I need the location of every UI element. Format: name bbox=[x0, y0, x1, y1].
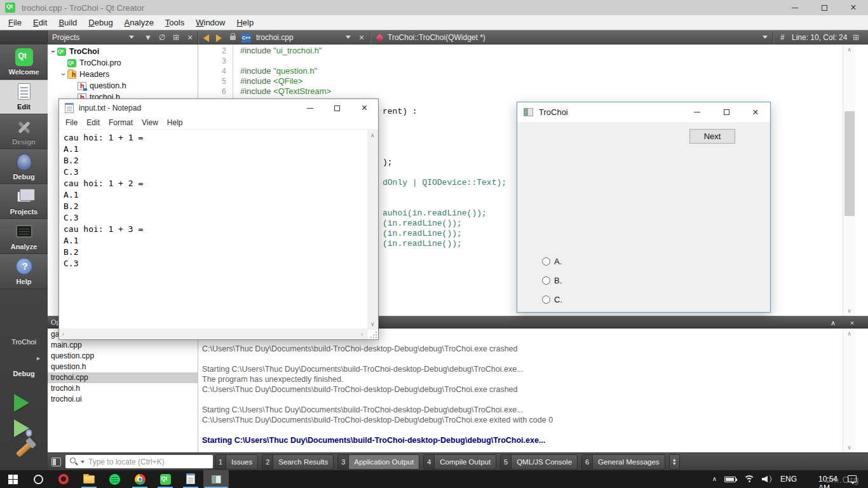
output-button-general-messages[interactable]: 6 General Messages bbox=[581, 454, 665, 470]
radio-option-b[interactable]: B. bbox=[542, 276, 562, 285]
action-center-icon[interactable] bbox=[848, 475, 857, 482]
symbol-caret-icon[interactable] bbox=[763, 36, 768, 39]
navigate-back-icon[interactable] bbox=[203, 34, 209, 42]
close-button[interactable] bbox=[351, 99, 378, 117]
output-pane-stepper[interactable]: ▲▼ bbox=[669, 454, 680, 470]
filter-icon[interactable]: ▼ bbox=[142, 32, 154, 43]
menu-help[interactable]: Help bbox=[163, 117, 187, 129]
build-target-project[interactable]: TroChoi bbox=[0, 338, 48, 346]
sync-with-editor-icon[interactable]: ∅ bbox=[156, 32, 168, 43]
open-document-row[interactable]: main.cpp bbox=[48, 340, 198, 351]
taskbar-notepad[interactable] bbox=[178, 470, 203, 488]
output-button-issues[interactable]: 1 Issues bbox=[215, 454, 258, 470]
kit-expand-icon[interactable]: ▸ bbox=[37, 355, 40, 362]
scroll-down-icon[interactable]: ∨ bbox=[370, 321, 375, 327]
scroll-down-icon[interactable]: ∨ bbox=[843, 444, 855, 451]
application-output-pane[interactable]: C:\Users\Thuc Duy\Documents\build-TroCho… bbox=[198, 329, 855, 452]
close-panel-icon[interactable] bbox=[184, 32, 196, 43]
menu-file[interactable]: File bbox=[61, 117, 82, 129]
menu-view[interactable]: View bbox=[137, 117, 163, 129]
minimize-button[interactable] bbox=[682, 102, 712, 122]
minimize-button[interactable] bbox=[780, 0, 810, 15]
cursor-position-indicator[interactable]: Line: 10, Col: 24 bbox=[792, 33, 847, 42]
maximize-button[interactable] bbox=[712, 102, 741, 122]
output-button-compile-output[interactable]: 4 Compile Output bbox=[423, 454, 496, 470]
run-button[interactable] bbox=[14, 394, 29, 412]
notepad-horizontal-scrollbar[interactable]: ‹ › bbox=[59, 329, 368, 339]
tree-item-headers[interactable]: › Headers bbox=[48, 69, 198, 80]
menu-debug[interactable]: Debug bbox=[83, 16, 118, 29]
mode-edit[interactable]: Edit bbox=[0, 79, 48, 114]
mode-analyze[interactable]: Analyze bbox=[0, 219, 48, 254]
open-document-row[interactable]: question.h bbox=[48, 362, 198, 372]
open-document-caret-icon[interactable] bbox=[346, 36, 351, 39]
radio-icon[interactable] bbox=[542, 295, 550, 304]
radio-option-c[interactable]: C. bbox=[542, 295, 562, 304]
resize-grip-icon[interactable] bbox=[370, 332, 377, 338]
build-config[interactable]: Debug bbox=[0, 370, 48, 377]
notepad-titlebar[interactable]: input.txt - Notepad bbox=[59, 99, 378, 117]
qtcreator-titlebar[interactable]: trochoi.cpp - TroChoi - Qt Creator bbox=[0, 0, 868, 15]
split-editor-icon[interactable]: ⊞ bbox=[850, 32, 862, 43]
maximize-button[interactable] bbox=[323, 99, 351, 117]
trochoi-titlebar[interactable]: TroChoi bbox=[517, 102, 770, 122]
taskbar-file-explorer[interactable] bbox=[76, 470, 102, 488]
minimize-button[interactable] bbox=[296, 99, 323, 117]
editor-scrollbar[interactable]: ∧ ∨ bbox=[843, 44, 855, 316]
split-panel-icon[interactable]: ⊞ bbox=[170, 32, 182, 43]
scroll-up-icon[interactable]: ∧ bbox=[843, 330, 855, 337]
scrollbar-thumb[interactable] bbox=[844, 111, 855, 216]
battery-icon[interactable] bbox=[724, 477, 736, 482]
open-document-row[interactable]: trochoi.h bbox=[48, 383, 198, 394]
close-document-icon[interactable] bbox=[356, 32, 367, 43]
next-button[interactable]: Next bbox=[689, 129, 735, 144]
open-document-row[interactable]: question.cpp bbox=[48, 351, 198, 362]
notepad-text-area[interactable]: cau hoi: 1 + 1 = A.1 B.2 C.3 cau hoi: 1 … bbox=[59, 130, 368, 330]
close-output-pane-icon[interactable]: × bbox=[845, 318, 859, 328]
mode-debug[interactable]: Debug bbox=[0, 149, 48, 184]
menu-analyze[interactable]: Analyze bbox=[119, 16, 159, 29]
open-document-row-selected[interactable]: trochoi.cpp bbox=[48, 372, 198, 383]
taskbar-chrome[interactable] bbox=[127, 470, 153, 488]
output-scrollbar[interactable]: ∧ ∨ bbox=[843, 329, 855, 452]
scroll-left-icon[interactable]: ‹ bbox=[62, 331, 64, 337]
chevron-down-icon[interactable]: › bbox=[59, 71, 68, 78]
scroll-down-icon[interactable]: ∨ bbox=[843, 308, 855, 314]
start-button[interactable] bbox=[0, 470, 25, 488]
menu-help[interactable]: Help bbox=[231, 16, 259, 29]
radio-icon[interactable] bbox=[542, 257, 550, 266]
taskbar-qt-creator[interactable] bbox=[153, 470, 178, 488]
menu-window[interactable]: Window bbox=[190, 16, 231, 29]
menu-tools[interactable]: Tools bbox=[159, 16, 190, 29]
tree-item-trochoi-pro[interactable]: TroChoi.pro bbox=[48, 57, 198, 69]
locator-filter-caret-icon[interactable] bbox=[81, 461, 85, 463]
wifi-icon[interactable] bbox=[743, 475, 755, 484]
output-button-application-output[interactable]: 3 Application Output bbox=[337, 454, 419, 470]
tray-expand-icon[interactable]: ∧ bbox=[712, 475, 717, 482]
locator[interactable] bbox=[65, 455, 213, 468]
toggle-sidebar-icon[interactable] bbox=[51, 458, 61, 466]
close-button[interactable] bbox=[839, 0, 868, 15]
output-button-search-results[interactable]: 2 Search Results bbox=[262, 454, 334, 470]
navigate-forward-icon[interactable] bbox=[216, 34, 222, 42]
language-indicator[interactable]: ENG bbox=[780, 475, 797, 484]
tree-item-trochoi-project[interactable]: › TroChoi bbox=[48, 46, 198, 57]
menu-format[interactable]: Format bbox=[104, 117, 137, 129]
scroll-right-icon[interactable]: › bbox=[361, 331, 363, 337]
mode-help[interactable]: Help bbox=[0, 254, 48, 289]
close-button[interactable] bbox=[741, 102, 770, 122]
radio-option-a[interactable]: A. bbox=[542, 257, 562, 266]
taskbar-spotify[interactable] bbox=[102, 470, 127, 488]
locator-input[interactable] bbox=[88, 455, 209, 468]
radio-icon[interactable] bbox=[542, 276, 550, 285]
menu-edit[interactable]: Edit bbox=[27, 16, 53, 29]
scroll-up-icon[interactable]: ∧ bbox=[843, 46, 855, 53]
symbol-selector[interactable]: TroChoi::TroChoi(QWidget *) bbox=[388, 33, 485, 42]
projects-pane-selector[interactable]: Projects bbox=[52, 33, 79, 42]
maximize-button[interactable] bbox=[810, 0, 839, 15]
mode-welcome[interactable]: Welcome bbox=[0, 44, 48, 79]
tree-item-question-h[interactable]: question.h bbox=[48, 80, 198, 92]
menu-file[interactable]: File bbox=[3, 16, 27, 29]
open-document-row[interactable]: trochoi.ui bbox=[48, 394, 198, 405]
open-document-selector[interactable]: trochoi.cpp bbox=[256, 33, 294, 42]
